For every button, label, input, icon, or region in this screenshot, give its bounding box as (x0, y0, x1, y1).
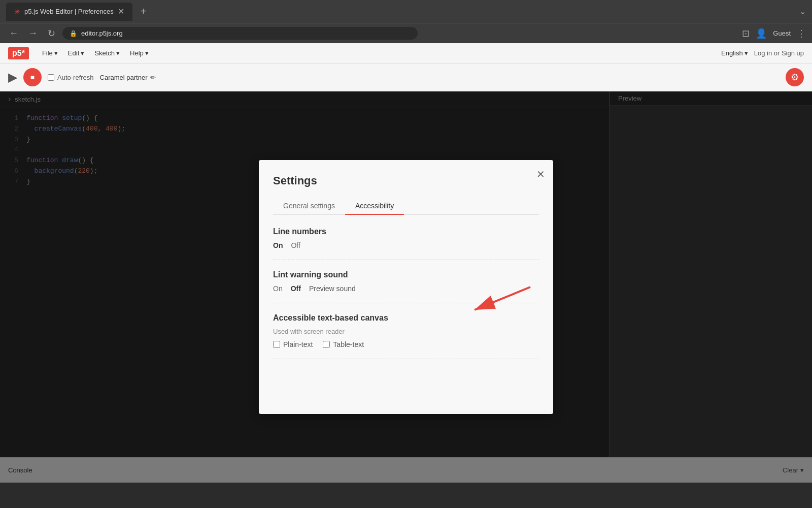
refresh-button[interactable]: ↻ (45, 26, 58, 41)
line-numbers-on[interactable]: On (273, 241, 283, 249)
settings-modal: Settings ✕ General settings Accessibilit… (259, 160, 553, 414)
active-tab[interactable]: ✳ p5.js Web Editor | Preferences ✕ (6, 3, 132, 21)
settings-button[interactable]: ⚙ (786, 68, 804, 86)
canvas-options: Plain-text Table-text (273, 340, 539, 348)
plain-text-option[interactable]: Plain-text (273, 340, 313, 348)
profile-icon[interactable]: 👤 (756, 28, 767, 39)
line-numbers-section: Line numbers On Off (273, 227, 539, 260)
p5-favicon: ✳ (14, 8, 20, 16)
lint-warning-section: Lint warning sound On Off Preview sound (273, 270, 539, 303)
table-text-option[interactable]: Table-text (323, 340, 364, 348)
settings-tabs: General settings Accessibility (273, 198, 539, 215)
preview-sound-button[interactable]: Preview sound (309, 284, 356, 293)
modal-close-button[interactable]: ✕ (536, 168, 545, 180)
login-link[interactable]: Log in (754, 49, 772, 57)
modal-title: Settings (273, 174, 539, 187)
line-numbers-off[interactable]: Off (291, 241, 300, 249)
forward-button[interactable]: → (25, 26, 41, 41)
stop-button[interactable]: ■ (23, 68, 42, 86)
accessible-canvas-section: Accessible text-based canvas Used with s… (273, 313, 539, 359)
signup-link[interactable]: Sign up (782, 49, 804, 57)
more-menu-icon[interactable]: ⋮ (797, 28, 806, 39)
app-toolbar: p5* File ▾ Edit ▾ Sketch ▾ Help ▾ Englis… (0, 43, 812, 64)
plain-text-label: Plain-text (283, 340, 313, 348)
language-selector[interactable]: English ▾ (721, 49, 748, 57)
main-area: › sketch.js 1 function setup() { 2 creat… (0, 91, 812, 483)
expand-icon: ⌄ (799, 7, 806, 16)
profile-label: Guest (773, 29, 791, 37)
tab-general[interactable]: General settings (273, 198, 345, 215)
browser-chrome: ✳ p5.js Web Editor | Preferences ✕ + ⌄ (0, 0, 812, 23)
edit-menu[interactable]: Edit ▾ (63, 49, 89, 57)
auto-refresh-checkbox[interactable] (48, 74, 54, 81)
screen-reader-subtitle: Used with screen reader (273, 328, 539, 335)
tab-title: p5.js Web Editor | Preferences (24, 8, 114, 15)
lint-sound-off[interactable]: Off (291, 284, 301, 293)
lint-warning-toggle: On Off Preview sound (273, 284, 539, 293)
accessible-canvas-title: Accessible text-based canvas (273, 313, 539, 323)
stop-icon: ■ (30, 73, 35, 81)
editor-toolbar: ▶ ■ Auto-refresh Caramel partner ✏ ⚙ (0, 64, 812, 91)
browser-nav: ← → ↻ 🔒 editor.p5js.org ⊡ 👤 Guest ⋮ (0, 23, 812, 43)
play-button[interactable]: ▶ (8, 70, 17, 84)
sketch-menu[interactable]: Sketch ▾ (89, 49, 125, 57)
lint-sound-on[interactable]: On (273, 284, 283, 293)
address-bar[interactable]: 🔒 editor.p5js.org (62, 27, 418, 40)
lint-warning-title: Lint warning sound (273, 270, 539, 279)
auto-refresh-toggle[interactable]: Auto-refresh (48, 74, 94, 81)
plain-text-checkbox[interactable] (273, 341, 280, 348)
tab-accessibility[interactable]: Accessibility (345, 198, 404, 215)
sketch-name-display: Caramel partner ✏ (100, 74, 156, 81)
url-text: editor.p5js.org (81, 29, 123, 37)
modal-overlay[interactable]: Settings ✕ General settings Accessibilit… (0, 91, 812, 483)
auth-links: Log in or Sign up (754, 49, 804, 57)
help-menu[interactable]: Help ▾ (125, 49, 154, 57)
line-numbers-title: Line numbers (273, 227, 539, 236)
auto-refresh-label: Auto-refresh (57, 74, 94, 81)
back-button[interactable]: ← (6, 26, 21, 41)
line-numbers-toggle: On Off (273, 241, 539, 249)
nav-right-controls: ⊡ 👤 Guest ⋮ (742, 28, 806, 39)
extensions-icon[interactable]: ⊡ (742, 28, 750, 39)
tab-close-button[interactable]: ✕ (118, 7, 124, 16)
file-menu[interactable]: File ▾ (37, 49, 63, 57)
new-tab-button[interactable]: + (137, 6, 151, 17)
table-text-label: Table-text (333, 340, 364, 348)
lock-icon: 🔒 (70, 30, 77, 37)
table-text-checkbox[interactable] (323, 341, 330, 348)
p5-logo: p5* (8, 47, 29, 59)
